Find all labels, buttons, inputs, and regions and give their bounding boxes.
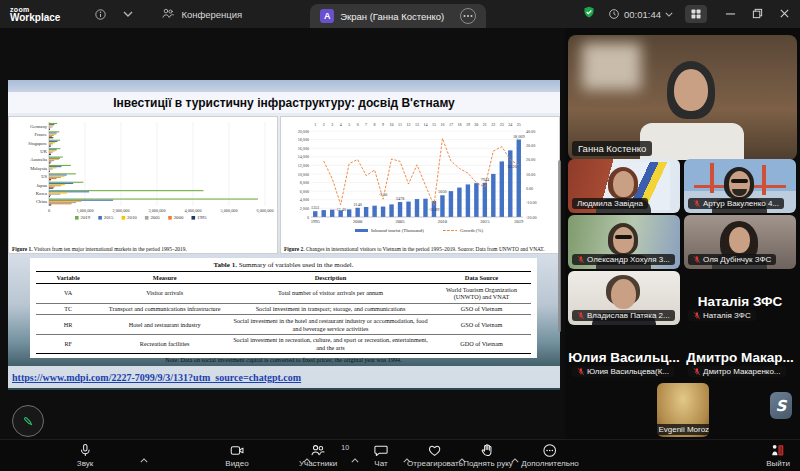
restore-button[interactable]	[752, 5, 763, 23]
svg-text:2,000,000: 2,000,000	[112, 208, 129, 214]
display-name: Юлия Васильц...	[568, 349, 680, 364]
security-shield-icon[interactable]	[582, 5, 596, 24]
tab-screen-share[interactable]: A Экран (Ганна Костенко)	[310, 4, 486, 28]
svg-text:2010: 2010	[127, 215, 137, 220]
video-tile[interactable]: Олександр Хохуля 3...	[568, 215, 680, 269]
svg-text:20: 20	[474, 122, 478, 127]
video-tile[interactable]: Оля Дубінчук ЗФС	[684, 215, 796, 269]
svg-text:Japan: Japan	[37, 183, 48, 188]
svg-text:9: 9	[382, 122, 384, 127]
display-name: Дмитро Макар...	[686, 349, 793, 364]
video-tile-camera-off[interactable]: Дмитро Макар... Дмитро Макаренко...	[684, 327, 796, 381]
svg-text:20,000: 20,000	[298, 129, 309, 135]
svg-text:18,000: 18,000	[298, 137, 309, 143]
svg-text:4: 4	[340, 122, 342, 127]
svg-text:-7.56: -7.56	[379, 192, 388, 197]
video-tile[interactable]: Артур Вакуленко 4...	[684, 159, 796, 213]
svg-text:0: 0	[307, 215, 309, 220]
svg-text:6,000,000: 6,000,000	[256, 208, 273, 214]
logo-workplace: Workplace	[10, 13, 60, 23]
svg-text:13: 13	[415, 122, 419, 127]
info-icon[interactable]	[94, 8, 107, 21]
tab-conference-label: Конференция	[181, 9, 242, 20]
video-tile[interactable]: Владислав Патяка 2...	[568, 271, 680, 325]
participants-panel: Ганна Костенко Людмила Завідна Артур Вак…	[565, 28, 800, 440]
presentation-slide: Інвестиції в туристичну інфраструктуру: …	[8, 80, 560, 390]
video-tile-camera-off[interactable]: Юлия Васильц... Юлия Васильцева(К...	[568, 327, 680, 381]
participants-options-chevron[interactable]	[351, 449, 359, 467]
raise-hand-button[interactable]: Поднять руку	[463, 443, 512, 468]
audio-options-chevron[interactable]	[140, 449, 148, 467]
svg-text:Malaysia: Malaysia	[30, 166, 47, 171]
svg-text:16: 16	[440, 122, 444, 127]
svg-text:1,000,000: 1,000,000	[76, 208, 93, 214]
video-tile-speaker[interactable]: Ганна Костенко	[568, 35, 797, 160]
svg-text:2005: 2005	[395, 219, 405, 224]
table-row: VAVisitor arrivalsTotal number of visito…	[36, 284, 531, 304]
svg-text:11: 11	[398, 122, 402, 127]
close-button[interactable]	[779, 5, 790, 23]
svg-text:10,000: 10,000	[298, 172, 309, 178]
svg-text:Growth (%): Growth (%)	[460, 228, 483, 233]
raised-hand-icon	[480, 443, 495, 458]
annotate-pencil-button[interactable]	[12, 405, 44, 437]
participant-name-label: Олександр Хохуля 3...	[572, 254, 675, 265]
svg-text:3: 3	[331, 122, 333, 127]
video-button[interactable]: Видео	[225, 443, 248, 468]
muted-mic-icon	[693, 311, 701, 320]
tab-conference[interactable]: Конференция	[151, 0, 252, 28]
svg-text:5: 5	[348, 122, 350, 127]
video-tile[interactable]: Evgenii Morozov	[657, 383, 709, 437]
svg-text:17: 17	[449, 122, 453, 127]
zoom-window: zoom Workplace Конференция A Экран (Ганн…	[0, 0, 800, 471]
participant-name-label: Ганна Костенко	[572, 141, 652, 156]
svg-text:1995: 1995	[311, 219, 321, 224]
svg-text:0.00: 0.00	[526, 186, 533, 191]
svg-text:16.20: 16.20	[507, 164, 516, 169]
participant-name-label: Юлия Васильцева(К...	[572, 366, 674, 377]
video-tile[interactable]: Людмила Завідна	[568, 159, 680, 213]
figure1-panel: 01,000,0002,000,0003,000,0004,000,0005,0…	[8, 116, 278, 254]
muted-mic-icon	[577, 311, 585, 320]
leave-button[interactable]: Выйти	[766, 443, 790, 468]
svg-text:Australia: Australia	[30, 157, 47, 162]
svg-text:-11.89: -11.89	[429, 207, 440, 212]
svg-text:8,000: 8,000	[300, 180, 309, 186]
people-icon	[161, 7, 175, 22]
figure2-panel: 02,0004,0006,0008,00010,00012,00014,0001…	[280, 116, 560, 254]
svg-text:20.00: 20.00	[526, 157, 535, 162]
chevron-down-icon[interactable]	[123, 11, 133, 17]
react-button[interactable]: Отреагировать	[407, 443, 463, 468]
svg-text:7: 7	[365, 122, 367, 127]
scrollbar[interactable]	[558, 160, 561, 332]
gallery-view-icon[interactable]	[685, 5, 707, 23]
participants-icon	[310, 443, 326, 458]
svg-text:Germany: Germany	[30, 124, 48, 129]
participant-name-label: Evgenii Morozov	[657, 424, 709, 435]
timer-value: 00:01:44	[624, 9, 661, 20]
raise-hand-options-chevron[interactable]	[511, 449, 519, 467]
more-button[interactable]: Дополнительно	[521, 443, 579, 468]
chat-button[interactable]: Чат	[374, 443, 389, 468]
muted-mic-icon	[577, 255, 585, 264]
audio-button[interactable]: Звук	[77, 443, 93, 468]
zoom-workplace-logo: zoom Workplace	[10, 6, 60, 23]
leave-meeting-icon	[771, 443, 786, 458]
table-row: TCTransport and communications infrastru…	[36, 303, 531, 315]
figure1-caption: Figure 1. Visitors from ten major intern…	[12, 246, 274, 252]
tab-options-icon[interactable]	[460, 8, 476, 24]
minimize-button[interactable]	[725, 5, 736, 23]
participant-name-label: Людмила Завідна	[572, 198, 648, 209]
svg-text:2: 2	[323, 122, 325, 127]
video-tile-camera-off[interactable]: Наталія ЗФС Наталія ЗФС	[684, 271, 796, 325]
col-data-source: Data Source	[432, 272, 531, 284]
svg-text:-11.40: -11.40	[335, 207, 346, 212]
floating-app-widget[interactable]: S	[770, 392, 792, 419]
more-icon	[542, 443, 557, 458]
participants-button[interactable]: Участники 10	[299, 443, 337, 468]
figure2-combo-chart: 02,0004,0006,0008,00010,00012,00014,0001…	[281, 117, 559, 237]
meeting-timer[interactable]: 00:01:44	[608, 8, 673, 20]
svg-text:7944: 7944	[481, 177, 490, 182]
display-name: Наталія ЗФС	[698, 293, 783, 308]
svg-text:Singapore: Singapore	[28, 141, 47, 146]
